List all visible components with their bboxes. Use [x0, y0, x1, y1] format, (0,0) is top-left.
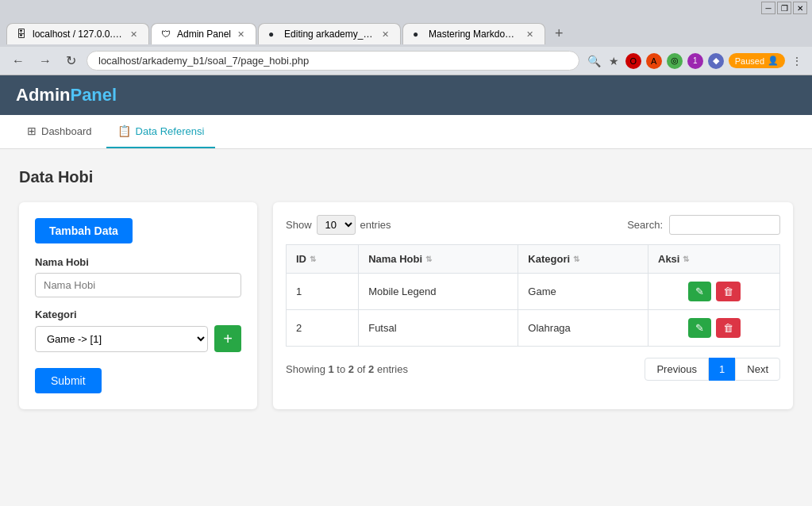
tab-admin[interactable]: 🛡 Admin Panel ✕: [151, 23, 256, 44]
table-row: 1 Mobile Legend Game ✎ 🗑: [287, 274, 780, 310]
tab-editing[interactable]: ● Editing arkademy_b1/README... ✕: [258, 23, 401, 44]
col-id-sort: ID ⇅: [296, 253, 348, 265]
nama-hobi-label: Nama Hobi: [35, 256, 241, 268]
showing-of-label: of: [354, 363, 368, 375]
table-controls: Show 10 entries Search:: [286, 215, 780, 235]
entries-select[interactable]: 10: [317, 215, 356, 235]
tab-db-label: localhost / 127.0.0.1 / db_ark...: [33, 29, 124, 40]
col-id-sort-icon: ⇅: [310, 255, 316, 263]
col-id[interactable]: ID ⇅: [287, 245, 359, 274]
tab-db-close[interactable]: ✕: [129, 29, 139, 40]
nav-dashboard-label: Dashboard: [41, 125, 92, 137]
col-nama-hobi-label: Nama Hobi: [368, 253, 422, 265]
reload-button[interactable]: ↻: [62, 52, 80, 70]
tab-bar: 🗄 localhost / 127.0.0.1 / db_ark... ✕ 🛡 …: [0, 16, 812, 47]
address-bar: ← → ↻ 🔍 ★ O A ◎ 1 ◆ Paused 👤 ⋮: [0, 47, 812, 75]
cell-kategori: Game: [518, 274, 648, 310]
data-table: ID ⇅ Nama Hobi ⇅ Kategor: [286, 244, 780, 347]
next-button[interactable]: Next: [735, 358, 780, 381]
ext2-icon: ◎: [667, 53, 683, 69]
data-referensi-icon: 📋: [117, 125, 131, 137]
current-page: 1: [709, 358, 735, 381]
dashboard-icon: ⊞: [27, 125, 37, 137]
cell-id: 1: [287, 274, 359, 310]
browser-actions: 🔍 ★ O A ◎ 1 ◆ Paused 👤 ⋮: [586, 53, 804, 69]
table-head: ID ⇅ Nama Hobi ⇅ Kategor: [287, 245, 780, 274]
col-aksi-label: Aksi: [658, 253, 679, 265]
app-logo: AdminPanel: [16, 85, 117, 105]
page-title: Data Hobi: [19, 168, 793, 186]
tab-markdown[interactable]: ● Mastering Markdown · GitHub... ✕: [402, 23, 545, 44]
paused-button[interactable]: Paused 👤: [729, 53, 785, 68]
kategori-label: Kategori: [35, 309, 241, 320]
tab-editing-label: Editing arkademy_b1/README...: [284, 29, 375, 40]
action-cell: ✎ 🗑: [658, 282, 770, 301]
bookmark-icon[interactable]: ★: [607, 53, 621, 69]
nav-data-referensi-label: Data Referensi: [136, 125, 205, 137]
cell-kategori: Olahraga: [518, 310, 648, 347]
url-input[interactable]: [87, 51, 579, 71]
cell-aksi: ✎ 🗑: [648, 310, 780, 347]
show-entries: Show 10 entries: [286, 215, 391, 235]
showing-to: 2: [348, 363, 354, 375]
add-kategori-button[interactable]: +: [214, 325, 241, 352]
tab-editing-close[interactable]: ✕: [380, 29, 391, 40]
kategori-select[interactable]: Game -> [1]: [35, 326, 208, 352]
ext4-icon: ◆: [708, 53, 724, 69]
table-panel: Show 10 entries Search:: [273, 202, 793, 409]
search-input[interactable]: [669, 215, 780, 235]
window-controls: ─ ❐ ✕: [761, 2, 807, 14]
tambah-data-button[interactable]: Tambah Data: [35, 218, 133, 243]
previous-button[interactable]: Previous: [645, 358, 709, 381]
col-kategori-sort-icon: ⇅: [573, 255, 579, 263]
col-nama-hobi[interactable]: Nama Hobi ⇅: [359, 245, 518, 274]
content-grid: Tambah Data Nama Hobi Kategori Game -> […: [19, 202, 793, 409]
entries-label: entries: [360, 219, 391, 231]
table-footer: Showing 1 to 2 of 2 entries Previous 1 N…: [286, 358, 780, 381]
paused-label: Paused: [735, 56, 764, 66]
pagination: Previous 1 Next: [645, 358, 780, 381]
minimize-button[interactable]: ─: [761, 2, 775, 14]
menu-button[interactable]: ⋮: [790, 53, 804, 69]
tab-admin-favicon: 🛡: [161, 29, 172, 40]
nav-data-referensi[interactable]: 📋 Data Referensi: [106, 115, 216, 148]
col-kategori-sort: Kategori ⇅: [528, 253, 638, 265]
table-header-row: ID ⇅ Nama Hobi ⇅ Kategor: [287, 245, 780, 274]
ext3-icon: 1: [687, 53, 703, 69]
col-aksi-sort-icon: ⇅: [683, 255, 689, 263]
back-button[interactable]: ←: [8, 52, 29, 70]
showing-entries-label: entries: [374, 363, 408, 375]
showing-prefix: Showing: [286, 363, 328, 375]
showing-to-label: to: [334, 363, 348, 375]
delete-button[interactable]: 🗑: [716, 282, 741, 301]
close-button[interactable]: ✕: [793, 2, 807, 14]
edit-button[interactable]: ✎: [688, 318, 711, 338]
search-icon[interactable]: 🔍: [586, 53, 602, 69]
col-nama-hobi-sort-icon: ⇅: [425, 255, 432, 263]
nav-dashboard[interactable]: ⊞ Dashboard: [16, 115, 103, 148]
col-aksi: Aksi ⇅: [648, 245, 780, 274]
forward-button[interactable]: →: [35, 52, 56, 70]
tab-markdown-label: Mastering Markdown · GitHub...: [429, 29, 520, 40]
col-id-label: ID: [296, 253, 306, 265]
tab-db[interactable]: 🗄 localhost / 127.0.0.1 / db_ark... ✕: [6, 23, 149, 44]
tab-admin-close[interactable]: ✕: [236, 29, 246, 40]
page-content: Data Hobi Tambah Data Nama Hobi Kategori…: [0, 149, 812, 428]
table-row: 2 Futsal Olahraga ✎ 🗑: [287, 310, 780, 347]
cell-aksi: ✎ 🗑: [648, 274, 780, 310]
restore-button[interactable]: ❐: [777, 2, 791, 14]
app-nav: ⊞ Dashboard 📋 Data Referensi: [0, 115, 812, 149]
delete-button[interactable]: 🗑: [716, 318, 741, 338]
edit-button[interactable]: ✎: [688, 282, 711, 301]
tab-markdown-close[interactable]: ✕: [525, 29, 535, 40]
opera-icon: O: [625, 53, 641, 69]
new-tab-button[interactable]: +: [547, 21, 571, 47]
nama-hobi-input[interactable]: [35, 273, 241, 297]
paused-avatar: 👤: [768, 56, 779, 66]
show-label: Show: [286, 219, 312, 231]
ext1-icon: A: [646, 53, 662, 69]
search-area: Search:: [627, 215, 780, 235]
col-kategori[interactable]: Kategori ⇅: [518, 245, 648, 274]
submit-button[interactable]: Submit: [35, 368, 102, 393]
kategori-select-row: Game -> [1] +: [35, 325, 241, 352]
